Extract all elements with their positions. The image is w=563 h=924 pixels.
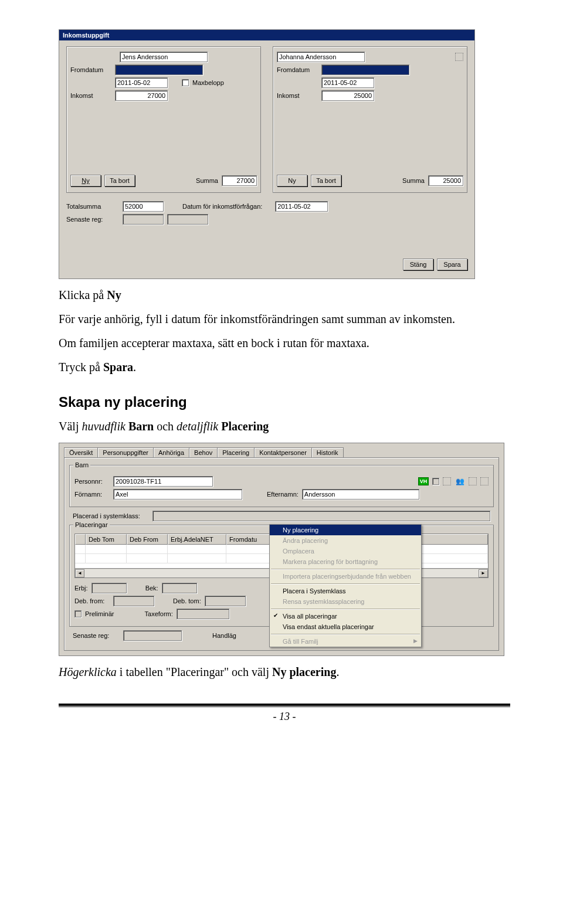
tab-anhoriga[interactable]: Anhöriga: [153, 447, 189, 457]
senaste-reg-output: [123, 214, 164, 225]
debfrom-input: [113, 596, 154, 606]
tabort-button[interactable]: Ta bort: [104, 175, 135, 186]
paragraph: Tryck på Spara.: [59, 359, 510, 375]
fromdatum-input[interactable]: [115, 64, 203, 75]
placering-window: Översikt Personuppgifter Anhöriga Behov …: [59, 443, 504, 656]
handlag-label: Handläg: [212, 632, 236, 639]
tab-behov[interactable]: Behov: [189, 447, 218, 457]
placeringar-legend: Placeringar: [73, 521, 110, 528]
debfrom-label: Deb. from:: [74, 597, 110, 604]
section-heading: Skapa ny placering: [59, 394, 510, 410]
fornamn-label: Förnamn:: [74, 491, 110, 498]
date-input[interactable]: 2011-05-02: [115, 77, 168, 88]
totalsumma-label: Totalsumma: [66, 203, 119, 210]
menu-item-ny-placering[interactable]: Ny placering: [270, 525, 421, 535]
menu-item-andra-placering[interactable]: Ändra placering: [270, 535, 421, 546]
summa-output: 25000: [428, 175, 463, 186]
date-input[interactable]: 2011-05-02: [321, 77, 374, 88]
table-header[interactable]: [75, 534, 86, 545]
senaste-reg-output2: [167, 214, 208, 225]
tab-oversikt[interactable]: Översikt: [64, 447, 98, 457]
menu-item-visa-aktuella[interactable]: Visa endast aktuella placeringar: [270, 621, 421, 632]
datum-forfragan-input[interactable]: 2011-05-02: [275, 201, 328, 212]
scroll-right-icon[interactable]: ►: [479, 569, 488, 578]
menu-item-visa-all[interactable]: Visa all placeringar: [270, 611, 421, 621]
tabort-button[interactable]: Ta bort: [311, 175, 341, 186]
taxeform-label: Taxeform:: [145, 610, 173, 617]
summa-label: Summa: [196, 177, 218, 184]
efternamn-label: Efternamn:: [267, 491, 299, 498]
context-menu[interactable]: Ny placering Ändra placering Omplacera M…: [269, 524, 422, 647]
erbj-input: [91, 583, 127, 593]
summa-label: Summa: [402, 177, 425, 184]
menu-separator: [271, 634, 420, 634]
preliminar-label: Preliminär: [85, 610, 114, 617]
person-name-field[interactable]: Johanna Andersson: [277, 52, 365, 62]
efternamn-input[interactable]: Andersson: [302, 489, 419, 500]
personnr-label: Personnr:: [74, 478, 110, 485]
menu-item-markera-borttagning[interactable]: Markera placering för borttagning: [270, 556, 421, 567]
fromdatum-input[interactable]: [321, 64, 409, 75]
maxbelopp-label: Maxbelopp: [192, 79, 224, 86]
paragraph: Om familjen accepterar maxtaxa, sätt en …: [59, 335, 510, 351]
tab-historik[interactable]: Historik: [311, 447, 344, 457]
menu-item-omplacera[interactable]: Omplacera: [270, 546, 421, 556]
fornamn-input[interactable]: Axel: [113, 489, 242, 500]
person-name-field[interactable]: Jens Andersson: [120, 52, 208, 62]
placeholder-icon: [443, 477, 451, 485]
inkomst-label: Inkomst: [277, 92, 318, 99]
dotted-placeholder-icon: [455, 53, 463, 61]
menu-item-ga-till-familj[interactable]: Gå till Familj: [270, 636, 421, 647]
menu-item-importera-webben[interactable]: Importera placeringserbjudande från webb…: [270, 571, 421, 582]
menu-separator: [271, 609, 420, 609]
scroll-left-icon[interactable]: ◄: [75, 569, 84, 578]
paragraph: Välj huvudflik Barn och detaljflik Place…: [59, 419, 510, 434]
sysklass-output: [152, 511, 490, 521]
menu-separator: [271, 583, 420, 584]
totalsumma-output: 52000: [123, 201, 164, 212]
personnr-input[interactable]: 20091028-TF11: [113, 476, 213, 487]
inkomst-label: Inkomst: [70, 92, 111, 99]
menu-item-placera-systemklass[interactable]: Placera i Systemklass: [270, 586, 421, 596]
tab-personuppgifter[interactable]: Personuppgifter: [97, 447, 154, 457]
tab-content: Barn Personnr: 20091028-TF11 VH 👥 Förnam…: [64, 457, 499, 651]
paragraph: Klicka på Ny: [59, 287, 510, 303]
barn-fieldset: Barn Personnr: 20091028-TF11 VH 👥 Förnam…: [69, 465, 494, 507]
fromdatum-label: Fromdatum: [277, 66, 318, 73]
table-header[interactable]: Erbj.AdelaNET: [168, 534, 226, 545]
summa-output: 27000: [222, 175, 257, 186]
placeringar-fieldset: Placeringar Deb Tom Deb From Erbj.AdelaN…: [69, 525, 494, 627]
debtom-input: [205, 596, 246, 606]
footer-rule: [59, 704, 510, 707]
barn-legend: Barn: [73, 461, 90, 468]
ny-button[interactable]: Ny: [70, 175, 101, 186]
page-number: - 13 -: [59, 711, 510, 723]
maxbelopp-checkbox[interactable]: [182, 79, 189, 86]
inkomst-input[interactable]: 27000: [115, 90, 168, 101]
bek-label: Bek:: [145, 585, 158, 592]
person-panel: Johanna Andersson Fromdatum 2011-05-02 I…: [273, 46, 467, 193]
people-icon[interactable]: 👥: [455, 477, 465, 485]
vh-badge-icon: VH: [418, 477, 429, 485]
flag-checkbox: [432, 478, 439, 485]
placeholder-icon: [469, 477, 477, 485]
menu-item-rensa-systemklass[interactable]: Rensa systemklassplacering: [270, 596, 421, 607]
taxeform-input: [177, 609, 229, 619]
person-panel: Jens Andersson Fromdatum 2011-05-02 Maxb…: [66, 46, 261, 193]
paragraph: Högerklicka i tabellen "Placeringar" och…: [59, 664, 510, 680]
table-header[interactable]: Deb From: [127, 534, 168, 545]
tab-bar: Översikt Personuppgifter Anhöriga Behov …: [59, 443, 504, 457]
inkomst-input[interactable]: 25000: [321, 90, 374, 101]
tab-kontaktpersoner[interactable]: Kontaktpersoner: [254, 447, 312, 457]
close-button[interactable]: Stäng: [403, 259, 433, 270]
save-button[interactable]: Spara: [437, 259, 467, 270]
senaste-reg-label: Senaste reg:: [73, 632, 120, 639]
ny-button[interactable]: Ny: [277, 175, 307, 186]
bek-input: [162, 583, 197, 593]
preliminar-checkbox[interactable]: [74, 610, 82, 617]
placeholder-icon: [480, 477, 489, 485]
senaste-reg-output: [123, 630, 182, 641]
tab-placering[interactable]: Placering: [217, 447, 255, 458]
table-header[interactable]: Deb Tom: [86, 534, 127, 545]
senaste-reg-label: Senaste reg:: [66, 216, 119, 223]
